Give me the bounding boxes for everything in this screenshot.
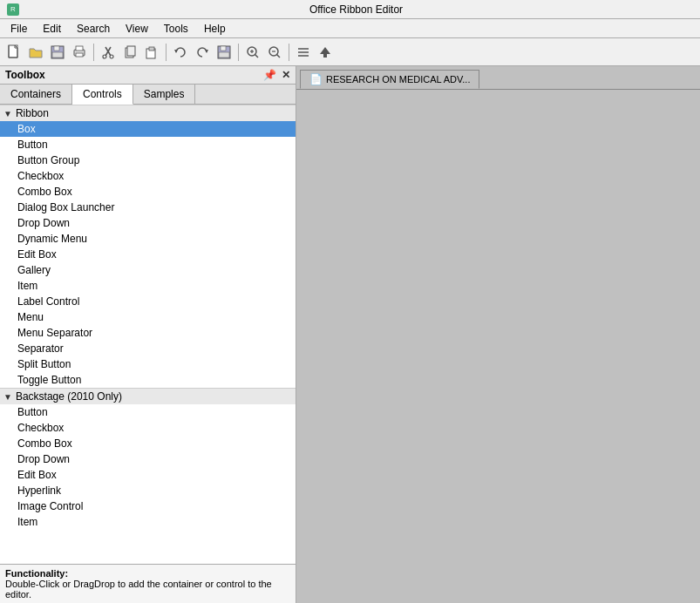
title-bar: R Office Ribbon Editor bbox=[0, 0, 700, 19]
item-ribbon-drop-down[interactable]: Drop Down bbox=[0, 215, 296, 231]
app-title: Office Ribbon Editor bbox=[309, 3, 403, 16]
toolbar-open[interactable] bbox=[25, 42, 46, 63]
item-ribbon-menu-separator[interactable]: Menu Separator bbox=[0, 325, 296, 341]
toolbox-pin[interactable]: 📌 bbox=[263, 69, 276, 81]
menu-tools[interactable]: Tools bbox=[157, 21, 195, 37]
item-ribbon-dynamic-menu[interactable]: Dynamic Menu bbox=[0, 231, 296, 247]
item-backstage-button[interactable]: Button bbox=[0, 404, 296, 420]
footer-description: Double-Click or DragDrop to add the cont… bbox=[5, 579, 272, 600]
content-area: 📄 RESEARCH ON MEDICAL ADV... bbox=[296, 66, 700, 603]
tab-controls[interactable]: Controls bbox=[72, 85, 133, 105]
menu-view[interactable]: View bbox=[119, 21, 155, 37]
item-ribbon-combo-box[interactable]: Combo Box bbox=[0, 184, 296, 200]
content-body bbox=[296, 89, 700, 603]
content-tab-bar: 📄 RESEARCH ON MEDICAL ADV... bbox=[296, 66, 700, 89]
item-backstage-checkbox[interactable]: Checkbox bbox=[0, 420, 296, 436]
group-ribbon[interactable]: ▼ Ribbon bbox=[0, 105, 296, 121]
item-ribbon-label-control[interactable]: Label Control bbox=[0, 294, 296, 309]
group-backstage-label: Backstage (2010 Only) bbox=[16, 390, 122, 403]
toolbox-footer: Functionality: Double-Click or DragDrop … bbox=[0, 564, 296, 603]
svg-rect-16 bbox=[149, 47, 154, 51]
svg-rect-20 bbox=[221, 46, 226, 51]
item-backstage-hyperlink[interactable]: Hyperlink bbox=[0, 483, 296, 498]
item-ribbon-menu[interactable]: Menu bbox=[0, 309, 296, 325]
group-ribbon-label: Ribbon bbox=[16, 107, 49, 119]
menu-file[interactable]: File bbox=[3, 21, 34, 37]
content-tab-0[interactable]: 📄 RESEARCH ON MEDICAL ADV... bbox=[300, 70, 479, 89]
footer-label: Functionality: bbox=[5, 568, 68, 579]
svg-rect-14 bbox=[127, 46, 135, 56]
item-backstage-edit-box[interactable]: Edit Box bbox=[0, 467, 296, 483]
app-icon: R bbox=[7, 3, 19, 16]
toolbar-list[interactable] bbox=[293, 42, 314, 63]
item-ribbon-separator[interactable]: Separator bbox=[0, 341, 296, 356]
toolbar-sep-1 bbox=[93, 44, 94, 61]
svg-rect-8 bbox=[76, 53, 83, 57]
tab-samples[interactable]: Samples bbox=[133, 85, 196, 104]
item-backstage-drop-down[interactable]: Drop Down bbox=[0, 451, 296, 467]
toolbar-cut[interactable] bbox=[98, 42, 119, 63]
item-ribbon-dialog-box-launcher[interactable]: Dialog Box Launcher bbox=[0, 200, 296, 215]
expand-icon-backstage: ▼ bbox=[3, 392, 12, 402]
svg-marker-32 bbox=[320, 47, 330, 54]
content-tab-0-icon: 📄 bbox=[309, 73, 323, 85]
item-ribbon-box[interactable]: Box bbox=[0, 121, 296, 137]
svg-line-27 bbox=[277, 54, 281, 58]
toolbar-new[interactable] bbox=[3, 42, 24, 63]
toolbar-print[interactable] bbox=[69, 42, 90, 63]
item-backstage-image-control[interactable]: Image Control bbox=[0, 498, 296, 514]
toolbar bbox=[0, 38, 700, 66]
group-backstage[interactable]: ▼ Backstage (2010 Only) bbox=[0, 388, 296, 404]
toolbar-save2[interactable] bbox=[214, 42, 234, 63]
item-ribbon-checkbox[interactable]: Checkbox bbox=[0, 168, 296, 184]
toolbar-copy[interactable] bbox=[119, 42, 140, 63]
item-ribbon-button[interactable]: Button bbox=[0, 137, 296, 152]
toolbar-undo[interactable] bbox=[170, 42, 191, 63]
toolbar-zoom-out[interactable] bbox=[264, 42, 285, 63]
item-backstage-item[interactable]: Item bbox=[0, 514, 296, 530]
svg-marker-17 bbox=[174, 50, 178, 53]
toolbox-tabs: Containers Controls Samples bbox=[0, 85, 296, 105]
item-ribbon-split-button[interactable]: Split Button bbox=[0, 356, 296, 372]
item-ribbon-edit-box[interactable]: Edit Box bbox=[0, 247, 296, 262]
toolbar-sep-2 bbox=[166, 44, 167, 61]
menu-search[interactable]: Search bbox=[70, 21, 117, 37]
svg-rect-4 bbox=[54, 46, 59, 51]
menu-edit[interactable]: Edit bbox=[36, 21, 68, 37]
svg-point-12 bbox=[110, 55, 113, 58]
toolbar-paste[interactable] bbox=[141, 42, 162, 63]
content-tab-0-label: RESEARCH ON MEDICAL ADV... bbox=[326, 74, 470, 85]
menu-bar: File Edit Search View Tools Help bbox=[0, 19, 700, 38]
item-ribbon-button-group[interactable]: Button Group bbox=[0, 152, 296, 168]
svg-rect-7 bbox=[76, 46, 83, 51]
item-ribbon-gallery[interactable]: Gallery bbox=[0, 262, 296, 278]
toolbar-up[interactable] bbox=[315, 42, 336, 63]
item-ribbon-item[interactable]: Item bbox=[0, 278, 296, 294]
toolbox-list[interactable]: ▼ Ribbon Box Button Button Group Checkbo… bbox=[0, 105, 296, 564]
svg-line-23 bbox=[255, 54, 259, 58]
toolbar-save[interactable] bbox=[47, 42, 68, 63]
toolbar-redo[interactable] bbox=[192, 42, 213, 63]
toolbar-sep-3 bbox=[238, 44, 239, 61]
toolbox-panel: Toolbox 📌 ✕ Containers Controls Samples … bbox=[0, 66, 296, 603]
item-backstage-combo-box[interactable]: Combo Box bbox=[0, 436, 296, 451]
main-area: Toolbox 📌 ✕ Containers Controls Samples … bbox=[0, 66, 700, 603]
toolbox-header: Toolbox 📌 ✕ bbox=[0, 66, 296, 85]
svg-marker-18 bbox=[205, 50, 208, 53]
item-ribbon-toggle-button[interactable]: Toggle Button bbox=[0, 372, 296, 388]
svg-rect-21 bbox=[219, 52, 229, 58]
toolbox-close[interactable]: ✕ bbox=[282, 69, 290, 81]
toolbar-zoom-in[interactable] bbox=[242, 42, 263, 63]
svg-rect-33 bbox=[323, 54, 327, 58]
svg-rect-5 bbox=[52, 52, 63, 58]
tab-containers[interactable]: Containers bbox=[0, 85, 72, 104]
menu-help[interactable]: Help bbox=[197, 21, 233, 37]
svg-point-11 bbox=[103, 55, 106, 58]
toolbar-sep-4 bbox=[289, 44, 289, 61]
expand-icon-ribbon: ▼ bbox=[3, 109, 12, 119]
toolbox-title: Toolbox bbox=[5, 69, 45, 81]
